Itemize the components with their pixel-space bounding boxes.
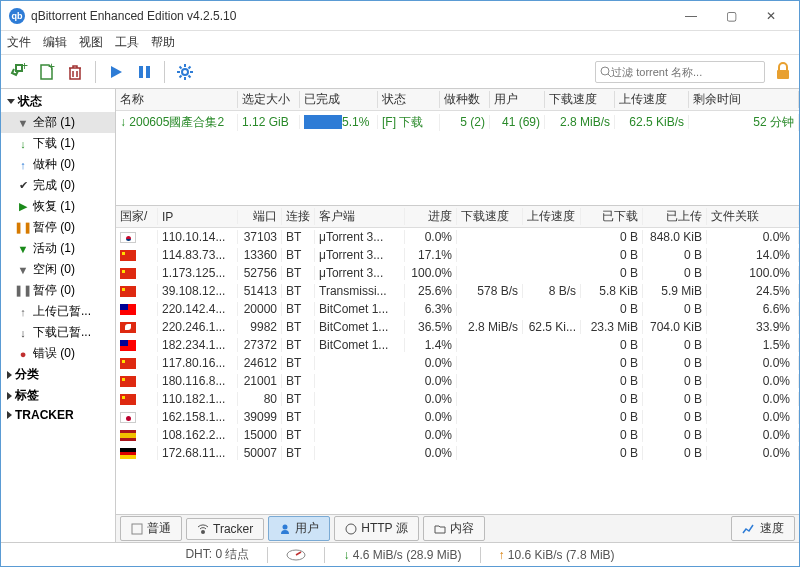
folder-icon [434, 523, 446, 535]
col-up[interactable]: 上传速度 [615, 91, 689, 108]
peer-row[interactable]: 110.10.14... 37103 BT μTorrent 3... 0.0%… [116, 228, 799, 246]
peer-row[interactable]: 110.182.1... 80 BT 0.0% 0 B 0 B 0.0% [116, 390, 799, 408]
pcol-downed[interactable]: 已下载 [581, 208, 643, 225]
peer-row[interactable]: 117.80.16... 24612 BT 0.0% 0 B 0 B 0.0% [116, 354, 799, 372]
down-speed: ↓ 4.6 MiB/s (28.9 MiB) [343, 548, 461, 562]
peer-row[interactable]: 182.234.1... 27372 BT BitComet 1... 1.4%… [116, 336, 799, 354]
menu-file[interactable]: 文件 [7, 34, 31, 51]
pcol-up[interactable]: 上传速度 [523, 208, 581, 225]
sidebar-item[interactable]: ↑上传已暂... [1, 301, 115, 322]
pcol-upped[interactable]: 已上传 [643, 208, 707, 225]
col-peers[interactable]: 用户 [490, 91, 545, 108]
col-progress[interactable]: 已完成 [300, 91, 378, 108]
col-down[interactable]: 下载速度 [545, 91, 615, 108]
menu-help[interactable]: 帮助 [151, 34, 175, 51]
sidebar-group[interactable]: TRACKER [1, 406, 115, 424]
peer-row[interactable]: 114.83.73... 13360 BT μTorrent 3... 17.1… [116, 246, 799, 264]
col-status[interactable]: 状态 [378, 91, 440, 108]
flag-icon [120, 430, 136, 441]
pcol-port[interactable]: 端口 [238, 208, 282, 225]
sidebar-group[interactable]: 标签 [1, 385, 115, 406]
peer-row[interactable]: 108.162.2... 15000 BT 0.0% 0 B 0 B 0.0% [116, 426, 799, 444]
peer-row[interactable]: 1.173.125... 52756 BT μTorrent 3... 100.… [116, 264, 799, 282]
svg-rect-3 [146, 66, 150, 78]
pcol-down[interactable]: 下载速度 [457, 208, 523, 225]
peer-row[interactable]: 220.246.1... 9982 BT BitComet 1... 36.5%… [116, 318, 799, 336]
flag-icon [120, 286, 136, 297]
sidebar-item[interactable]: ▶恢复 (1) [1, 196, 115, 217]
peer-row[interactable]: 39.108.12... 51413 BT Transmissi... 25.6… [116, 282, 799, 300]
torrent-row[interactable]: ↓ 200605國產合集2 1.12 GiB 5.1% [F] 下载 5 (2)… [116, 111, 799, 133]
col-size[interactable]: 选定大小 [238, 91, 300, 108]
peer-row[interactable]: 220.142.4... 20000 BT BitComet 1... 6.3%… [116, 300, 799, 318]
add-file-button[interactable]: + [35, 60, 59, 84]
menu-view[interactable]: 视图 [79, 34, 103, 51]
sidebar-item[interactable]: ↑做种 (0) [1, 154, 115, 175]
sidebar-item[interactable]: ▼空闲 (0) [1, 259, 115, 280]
menu-edit[interactable]: 编辑 [43, 34, 67, 51]
col-seeds[interactable]: 做种数 [440, 91, 490, 108]
delete-button[interactable] [63, 60, 87, 84]
maximize-button[interactable]: ▢ [711, 2, 751, 30]
lock-icon[interactable] [775, 62, 793, 82]
sidebar-item[interactable]: ▼全部 (1) [1, 112, 115, 133]
dht-status: DHT: 0 结点 [185, 546, 249, 563]
sidebar: 状态▼全部 (1)↓下载 (1)↑做种 (0)✔完成 (0)▶恢复 (1)❚❚暂… [1, 89, 116, 542]
pcol-country[interactable]: 国家/ [116, 208, 158, 225]
tab-peers[interactable]: 用户 [268, 516, 330, 541]
flag-icon [120, 448, 136, 459]
app-window: qb qBittorrent Enhanced Edition v4.2.5.1… [0, 0, 800, 567]
flag-icon [120, 268, 136, 279]
sidebar-item[interactable]: ↓下载已暂... [1, 322, 115, 343]
add-link-button[interactable]: + [7, 60, 31, 84]
pcol-conn[interactable]: 连接 [282, 208, 315, 225]
settings-button[interactable] [173, 60, 197, 84]
svg-text:+: + [48, 63, 55, 74]
minimize-button[interactable]: — [671, 2, 711, 30]
sidebar-item[interactable]: ✔完成 (0) [1, 175, 115, 196]
close-button[interactable]: ✕ [751, 2, 791, 30]
resume-button[interactable] [104, 60, 128, 84]
pause-button[interactable] [132, 60, 156, 84]
up-speed: ↑ 10.6 KiB/s (7.8 MiB) [499, 548, 615, 562]
window-title: qBittorrent Enhanced Edition v4.2.5.10 [31, 9, 671, 23]
sidebar-item[interactable]: ▼活动 (1) [1, 238, 115, 259]
tab-general[interactable]: 普通 [120, 516, 182, 541]
tab-speed[interactable]: 速度 [731, 516, 795, 541]
peers-table: 国家/ IP 端口 连接 客户端 进度 下载速度 上传速度 已下载 已上传 文件… [116, 206, 799, 514]
sidebar-item[interactable]: ❚❚暂停 (0) [1, 280, 115, 301]
svg-rect-2 [139, 66, 143, 78]
user-icon [279, 523, 291, 535]
svg-point-5 [601, 67, 609, 75]
col-eta[interactable]: 剩余时间 [689, 91, 799, 108]
tab-content[interactable]: 内容 [423, 516, 485, 541]
sidebar-item[interactable]: ●错误 (0) [1, 343, 115, 364]
pcol-ip[interactable]: IP [158, 210, 238, 224]
disk-icon [286, 549, 306, 561]
sidebar-item[interactable]: ↓下载 (1) [1, 133, 115, 154]
peer-row[interactable]: 180.116.8... 21001 BT 0.0% 0 B 0 B 0.0% [116, 372, 799, 390]
svg-rect-7 [132, 524, 142, 534]
tab-http[interactable]: HTTP 源 [334, 516, 418, 541]
col-name[interactable]: 名称 [116, 91, 238, 108]
search-box[interactable] [595, 61, 765, 83]
peers-panel: 国家/ IP 端口 连接 客户端 进度 下载速度 上传速度 已下载 已上传 文件… [116, 206, 799, 542]
flag-icon [120, 376, 136, 387]
sidebar-item[interactable]: ❚❚暂停 (0) [1, 217, 115, 238]
detail-tabs: 普通 Tracker 用户 HTTP 源 内容 速度 [116, 514, 799, 542]
sidebar-group[interactable]: 状态 [1, 91, 115, 112]
pcol-prog[interactable]: 进度 [405, 208, 457, 225]
tracker-icon [197, 523, 209, 535]
menu-tools[interactable]: 工具 [115, 34, 139, 51]
http-icon [345, 523, 357, 535]
torrent-empty-area [116, 133, 799, 205]
svg-point-8 [201, 530, 205, 534]
tab-tracker[interactable]: Tracker [186, 518, 264, 540]
peer-row[interactable]: 172.68.11... 50007 BT 0.0% 0 B 0 B 0.0% [116, 444, 799, 462]
flag-icon [120, 232, 136, 243]
search-input[interactable] [611, 66, 760, 78]
pcol-rel[interactable]: 文件关联 [707, 208, 799, 225]
sidebar-group[interactable]: 分类 [1, 364, 115, 385]
pcol-client[interactable]: 客户端 [315, 208, 405, 225]
peer-row[interactable]: 162.158.1... 39099 BT 0.0% 0 B 0 B 0.0% [116, 408, 799, 426]
